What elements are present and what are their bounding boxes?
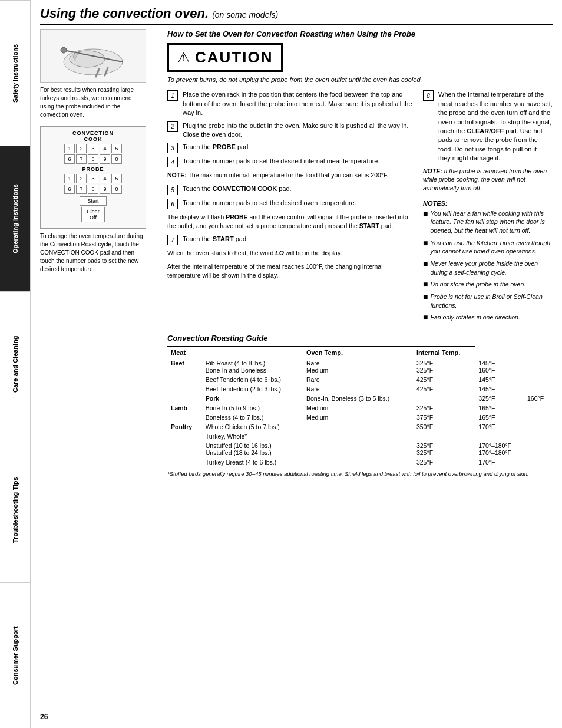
table-row: Lamb Bone-In (5 to 9 lbs.) Medium 325°F …	[167, 403, 553, 413]
caution-label: CAUTION	[195, 48, 273, 67]
control-panel-diagram: CONVECTIONCOOK 1 2 3 4 5 6 7 8 9 0	[40, 126, 146, 229]
display-note: The display will flash PROBE and the ove…	[167, 213, 416, 230]
col-header-internal: Internal Temp.	[413, 347, 475, 358]
cp-row-3: 1 2 3 4 5	[44, 174, 142, 183]
oven-image	[40, 29, 146, 83]
cp-row-1: 1 2 3 4 5	[44, 144, 142, 153]
notes-heading: NOTES:	[423, 200, 553, 207]
section-heading: How to Set the Oven for Convection Roast…	[167, 29, 553, 38]
sidebar-section-care: Care and Cleaning	[0, 291, 30, 437]
step-3: 3 Touch the PROBE pad.	[167, 143, 416, 153]
cp-cook-label: CONVECTIONCOOK	[44, 130, 142, 142]
page-title: Using the convection oven. (on some mode…	[40, 6, 553, 25]
caution-description: To prevent burns, do not unplug the prob…	[167, 75, 553, 84]
step-4: 4 Touch the number pads to set the desir…	[167, 157, 416, 167]
sidebar: Safety Instructions Operating Instructio…	[0, 0, 31, 728]
guide-section: Convection Roasting Guide Meat Oven Temp…	[167, 334, 553, 477]
sidebar-section-troubleshooting: Troubleshooting Tips	[0, 437, 30, 582]
caution-triangle-icon: ⚠	[177, 50, 190, 66]
left-column: For best results when roasting large tur…	[40, 29, 158, 477]
step-1: 1 Place the oven rack in the position th…	[167, 90, 416, 117]
two-column-layout: For best results when roasting large tur…	[40, 29, 553, 477]
page-number: 26	[40, 713, 48, 721]
steps-column: 1 Place the oven rack in the position th…	[167, 90, 416, 325]
note-item-2: ■ You can use the Kitchen Timer even tho…	[423, 239, 553, 256]
roasting-table: Meat Oven Temp. Internal Temp. Beef Rib …	[167, 346, 553, 467]
cp-row-4: 6 7 8 9 0	[44, 185, 142, 194]
col-header-oven: Oven Temp.	[303, 347, 413, 358]
category-poultry: Poultry	[167, 422, 202, 467]
col-header-meat: Meat	[167, 347, 202, 358]
category-lamb: Lamb	[167, 403, 202, 422]
table-row: Unstuffed (10 to 16 lbs.)Unstuffed (18 t…	[167, 441, 553, 457]
table-row: Turkey Breast (4 to 6 lbs.) 325°F 170°F	[167, 457, 553, 467]
table-footnote: *Stuffed birds generally require 30–45 m…	[167, 470, 553, 477]
notes-column: 8 When the internal temperature of the m…	[423, 90, 553, 325]
probe-remove-note: NOTE: If the probe is removed from the o…	[423, 167, 553, 193]
table-row: Turkey, Whole*	[167, 431, 553, 441]
step-6: 6 Touch the number pads to set the desir…	[167, 199, 416, 209]
sidebar-section-consumer: Consumer Support	[0, 582, 30, 728]
caution-box: ⚠ CAUTION	[167, 43, 283, 72]
table-row: Pork Bone-In, Boneless (3 to 5 lbs.) 325…	[167, 394, 553, 403]
note-item-5: ■ Probe is not for use in Broil or Self-…	[423, 292, 553, 309]
note-item-6: ■ Fan only rotates in one direction.	[423, 313, 553, 322]
step-2: 2 Plug the probe into the outlet in the …	[167, 121, 416, 140]
svg-point-3	[61, 47, 67, 53]
cp-start-key: Start	[80, 196, 106, 206]
table-row: Beef Tenderloin (2 to 3 lbs.) Rare 425°F…	[167, 384, 553, 394]
cp-probe-label: PROBE	[44, 166, 142, 172]
left-caption-1: For best results when roasting large tur…	[40, 86, 146, 119]
table-row: Beef Rib Roast (4 to 8 lbs.)Bone-In and …	[167, 358, 553, 375]
cp-clear-key: ClearOff	[81, 207, 105, 222]
table-row: Boneless (4 to 7 lbs.) Medium 375°F 165°…	[167, 413, 553, 422]
cp-row-2: 6 7 8 9 0	[44, 154, 142, 164]
instructions-layout: 1 Place the oven rack in the position th…	[167, 90, 553, 325]
lo-note: When the oven starts to heat, the word L…	[167, 249, 416, 258]
table-row: Poultry Whole Chicken (5 to 7 lbs.) 350°…	[167, 422, 553, 431]
step-8: 8 When the internal temperature of the m…	[423, 90, 553, 163]
sidebar-section-operating: Operating Instructions	[0, 146, 30, 291]
step-7: 7 Touch the START pad.	[167, 235, 416, 245]
category-beef: Beef	[167, 358, 202, 404]
after-100f-note: After the internal temperature of the me…	[167, 262, 416, 279]
note-item-4: ■ Do not store the probe in the oven.	[423, 280, 553, 289]
guide-heading: Convection Roasting Guide	[167, 334, 553, 342]
note-item-3: ■ Never leave your probe inside the oven…	[423, 259, 553, 276]
category-pork: Pork	[202, 394, 303, 403]
left-caption-2: To change the oven temperature during th…	[40, 232, 146, 274]
step-5: 5 Touch the CONVECTION COOK pad.	[167, 185, 416, 195]
col-header-style	[202, 347, 303, 358]
main-content: Using the convection oven. (on some mode…	[31, 0, 562, 728]
right-column: How to Set the Oven for Convection Roast…	[167, 29, 553, 477]
note-max-temp: NOTE: The maximum internal temperature f…	[167, 171, 416, 180]
table-row: Beef Tenderloin (4 to 6 lbs.) Rare 425°F…	[167, 375, 553, 384]
notes-section: NOTES: ■ You will hear a fan while cooki…	[423, 200, 553, 322]
sidebar-section-safety: Safety Instructions	[0, 0, 30, 146]
note-item-1: ■ You will hear a fan while cooking with…	[423, 209, 553, 235]
